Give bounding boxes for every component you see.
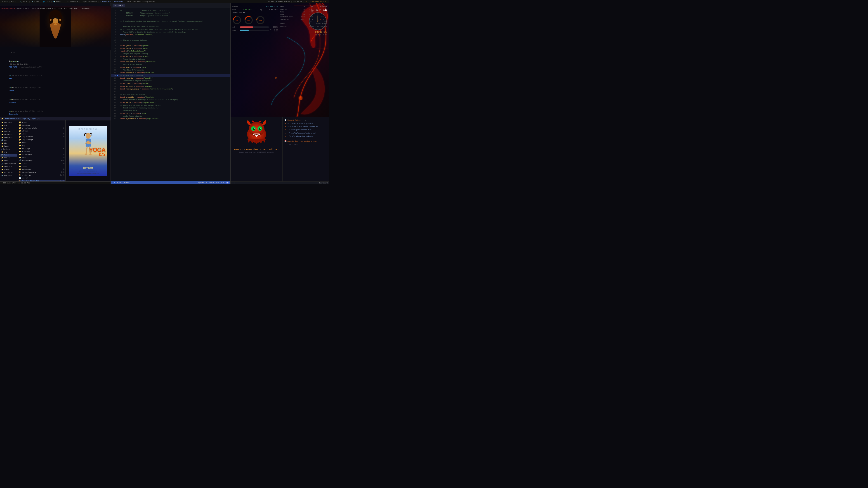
fm-sidebar-item-onecloud[interactable]: ☁OneCloud [0,148,18,151]
fm-sidebar-item-nfb[interactable]: 🔗NFB-REPO [0,174,18,177]
code-line-22: 22 local lain = require("lain") [111,66,230,69]
code-line-8: 8 -- If LuaRocks is installed, make sure… [111,28,230,31]
code-line-27: 27 -- Declarative object management [111,79,230,82]
fm-item-videos[interactable]: 📁videos [19,165,65,168]
fm-sidebar-item-music[interactable]: 📁Music [0,145,18,148]
emacs-recent-shortcut: (r) [303,119,306,121]
fm-sidebar-item-synology[interactable]: 🔗SynologyDrive [0,162,18,165]
fm-item-trolls[interactable]: 🖼trolls.jpg319 k [19,174,65,177]
fm-sidebar-item-git[interactable]: 🔗git [0,139,18,142]
fm-sidebar-item-vbox[interactable]: 📁VirtualBox [0,171,18,174]
fm-item-wallpapers[interactable]: 📁wallpapers15 [19,168,65,171]
svg-line-18 [86,147,87,154]
svg-point-12 [55,23,56,24]
code-line-19: 19 -- Theme handling library [111,58,230,61]
fm-item-org[interactable]: 📁org [19,144,65,147]
process-table: NAME PID CPU MEM% awesome 1159 0.12 — Ri… [280,5,327,28]
editor-tab-rc-lua[interactable]: rc.lua × [113,4,125,7]
disk-bar-fill [240,26,253,28]
emacs-title-text: Emacs Is More Than A Text Editor! [234,149,279,151]
portrait-overlay: xaminonolamin Saimons never die, Saimons… [0,6,111,51]
topbar-datetime: Fri 11-03-2022 00:45:51 [305,1,328,2]
emacs-file-item-4[interactable]: ■ ~/.config/awesome/autorun.sh [284,131,327,135]
fm-sidebar-item-ide[interactable]: 📁ide [0,142,18,145]
topbar-item-alt[interactable]: ☰ Alt [10,1,17,2]
fm-sidebar-item-pictures[interactable]: 📷Pictures [0,154,18,157]
topbar-item-tools[interactable]: 🔧 enter [19,1,29,2]
editor-statusbar: 0 A 25 NORMAL spaces: 4 utf-8 lua 1:1 ▐ [111,181,230,184]
svg-point-10 [54,18,54,18]
fm-list[interactable]: 📁avatar 📁bin-alias 📁gr-ematicx-chg%u18 📁… [18,121,65,182]
fm-item-synology-link[interactable]: 🔗SynologyFun*99 k [19,159,65,162]
code-line-21: 21 -- Window Enhancements [111,63,230,66]
code-line-26: 26 local naughty = require("naughty") [111,77,230,79]
code-line-4: 4 [111,17,230,20]
fm-sidebar-item-documents[interactable]: 📁Documents [0,133,18,136]
emacs-file-item-5[interactable]: ■ ~/org/trading-journal.org [284,135,327,138]
fm-sidebar[interactable]: 📁AOS-AUTO 📁bin 📁certs 📁Desktop 📁Document… [0,121,18,182]
fm-item-pinterest[interactable]: 📁pinterest [19,150,65,153]
fm-sidebar-item-videos[interactable]: 📁videos [0,168,18,171]
fm-sidebar-item-templates[interactable]: 📁Templates [0,165,18,168]
topbar-item-nvim[interactable]: nvim /home/box/.config/awesome [126,1,156,2]
topbar-item-emacs[interactable]: ● dashboard - Doom Emacs [99,1,124,2]
code-line-20: 20 local beautiful = require("beautiful"… [111,61,230,63]
fm-statusbar: 4.55f sum: 1720 free 22/22 All [0,182,111,184]
emacs-file-icon-1: ■ [285,122,286,125]
fm-sidebar-item-snap[interactable]: 📁snap [0,160,18,162]
fm-item-gr-ematicx[interactable]: 📁gr-ematicx-chg%u18 [19,127,65,130]
emacs-file-item-3[interactable]: ■ ~/.config/nvim/init.lua [284,128,327,131]
code-line-28: 28 local ruled = require("ruled") [111,82,230,85]
fm-sidebar-item-desktop[interactable]: 📁Desktop [0,130,18,133]
topbar-item-fire[interactable]: 🌐 fire [42,1,51,2]
fm-item-i3-wall[interactable]: 📁i3-wall [19,130,65,133]
fm-sidebar-item-certs[interactable]: 📁certs [0,127,18,130]
yoga-international-text: INTERNATIONAL [70,128,106,130]
emacs-agenda-label: Agenda for the coming week: [287,140,317,142]
fm-sidebar-item-bin[interactable]: 📁bin [0,124,18,127]
fm-content: 📁AOS-AUTO 📁bin 📁certs 📁Desktop 📁Document… [0,121,111,182]
emacs-file-path-5: ~/org/trading-journal.org [287,135,313,138]
fm-item-trails[interactable]: 📁trails16 [19,162,65,165]
code-line-1: 1 -- Antonin Fischer (raven2cz) [111,9,230,12]
code-line-7: 7 -- awesome_mode: api-level=4:screen=on [111,25,230,28]
cpu-ring: CPU [232,15,241,25]
topbar-item-fish[interactable]: fish /home/box [64,1,79,2]
portrait-area: xaminonolamin Saimons never die, Saimons… [0,6,111,51]
terminal-line-docs: drwxr-xr-x xi-x box 17 Mar 15:01 Documen… [1,107,110,117]
fm-item-memes[interactable]: 📁memes [19,141,65,144]
fm-item-logo-banners[interactable]: 📁logo-banners50 [19,135,65,138]
emacs-file-item-2[interactable]: ■ ~/bin/pull-all-repos-update.sh [284,125,327,128]
code-line-11: 11 [111,36,230,39]
bar-disk: dsk 346MB [232,26,278,28]
fm-sidebar-item-public[interactable]: 📁Public [0,157,18,160]
fm-item-yoga-flyer[interactable]: 🖼Yoga-Day-Flyer.jpg418 k [19,180,65,182]
statusbar-filetype: lua [216,182,219,184]
fm-item-cat-mustray[interactable]: 🖼cat-mustray.png33 k [19,171,65,174]
fm-sidebar-item-aos[interactable]: 📁AOS-AUTO [0,121,18,124]
fm-item-avatar[interactable]: 📁avatar [19,121,65,124]
emacs-file-icon-3: ■ [285,128,286,131]
topbar-item-alter[interactable]: 🔧 alter [31,1,40,2]
fm-sidebar-item-org[interactable]: 📁org [0,151,18,154]
emacs-file-icon-4: ■ [285,131,286,135]
code-line-2: 2 -- IITNYX\ https://tonda-fischer.onlin… [111,12,230,14]
fm-sidebar-item-downloads[interactable]: 📁Downloads [0,136,18,139]
fm-item-logo-concept[interactable]: 📁logo-concept [19,138,65,141]
fm-item-paintings[interactable]: 📁paintings65 [19,147,65,150]
topbar-item-nein[interactable]: A Nein [1,1,8,2]
code-line-13: 13 [111,41,230,44]
emacs-file-item-1[interactable]: ■ ~/.local/bin/notify-trans [284,122,327,125]
fm-item-snap[interactable]: 📁snap15 [19,156,65,159]
fm-item-screenshots[interactable]: 📁screenshots8 [19,153,65,156]
fm-item-bin-alias[interactable]: 📁bin-alias [19,124,65,127]
topbar-item-ranger[interactable]: ranger /home/box [81,1,98,2]
editor-panel: rc.lua × 1 -- Antonin Fischer (raven2cz)… [111,3,230,184]
fm-item-icons[interactable]: 📁icons45 [19,133,65,135]
editor-tab-close[interactable]: × [122,4,123,7]
load-bar-fill [240,30,249,31]
emacs-dashboard-panel: Emacs Is More Than A Text Editor! Emacs … [230,117,329,182]
fm-item-ttt[interactable]: 📄ttt.txt [19,177,65,180]
editor-content[interactable]: 1 -- Antonin Fischer (raven2cz) 2 -- IIT… [111,8,230,181]
topbar-item-earth[interactable]: 🌍 earth [53,1,62,2]
